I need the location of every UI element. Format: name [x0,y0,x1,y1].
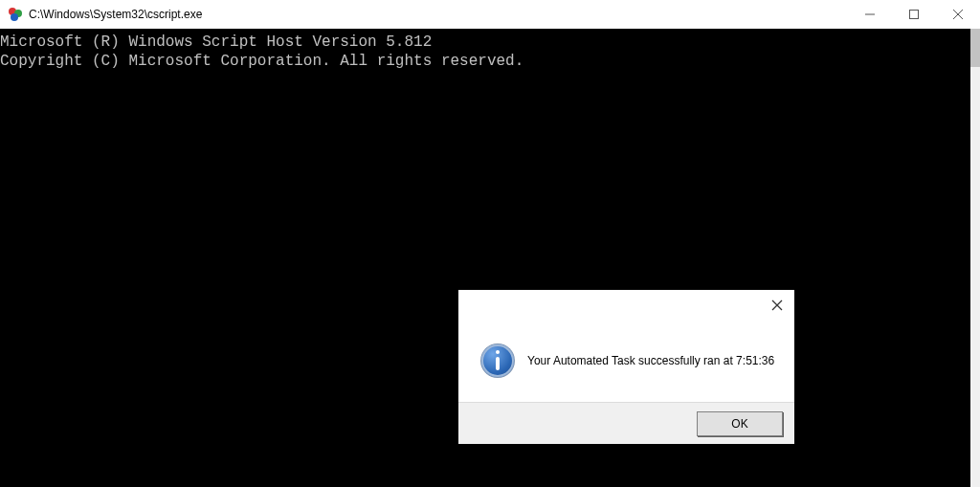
dialog-message: Your Automated Task successfully ran at … [527,354,774,367]
titlebar[interactable]: C:\Windows\System32\cscript.exe [0,0,980,30]
close-icon [771,299,783,311]
app-icon [8,7,23,22]
console-line: Microsoft (R) Windows Script Host Versio… [0,33,432,51]
scrollbar-thumb[interactable] [970,29,980,67]
info-icon [481,344,514,377]
svg-point-2 [11,13,18,21]
console-line: Copyright (C) Microsoft Corporation. All… [0,53,523,70]
maximize-button[interactable] [892,0,936,29]
minimize-button[interactable] [848,0,892,29]
dialog-close-button[interactable] [766,296,789,315]
dialog-body: Your Automated Task successfully ran at … [458,319,794,402]
close-button[interactable] [936,0,980,29]
vertical-scrollbar[interactable] [970,29,980,487]
dialog-titlebar[interactable] [458,290,794,319]
window-title: C:\Windows\System32\cscript.exe [29,8,202,21]
main-window: C:\Windows\System32\cscript.exe Microsof… [0,0,980,487]
message-dialog: Your Automated Task successfully ran at … [458,290,794,444]
ok-button[interactable]: OK [697,411,783,436]
dialog-footer: OK [458,402,794,444]
svg-rect-3 [910,11,919,19]
